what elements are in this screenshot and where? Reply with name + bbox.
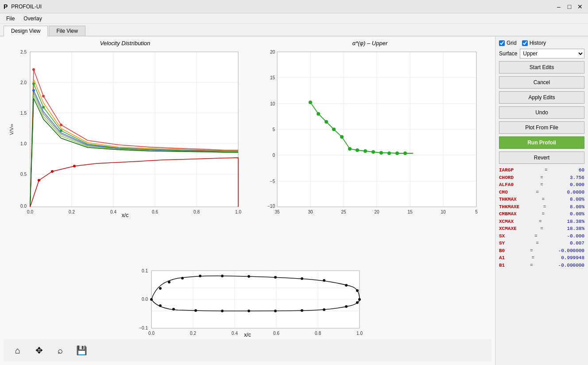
svg-text:0.6: 0.6 <box>152 210 158 214</box>
svg-text:0.0: 0.0 <box>27 210 33 214</box>
stat-val: 8.00% <box>570 196 584 203</box>
pan-icon[interactable]: ✥ <box>32 343 46 357</box>
svg-point-78 <box>403 151 407 155</box>
stat-row: SX=-0.000 <box>499 233 584 240</box>
alpha-chart-container: α*(φ) – Upper <box>248 40 491 268</box>
stat-eq: = <box>540 181 543 189</box>
svg-text:30: 30 <box>308 210 313 214</box>
svg-text:0: 0 <box>272 153 275 158</box>
surface-row: Surface Upper Lower <box>499 49 584 58</box>
stat-row: THKMAX=8.00% <box>499 196 584 203</box>
titlebar-controls: – □ ✕ <box>554 2 584 11</box>
svg-point-77 <box>395 151 399 155</box>
stat-eq: = <box>539 218 542 225</box>
zoom-icon[interactable]: ⌕ <box>53 343 67 357</box>
svg-point-109 <box>323 279 325 282</box>
svg-text:25: 25 <box>341 210 346 214</box>
svg-point-118 <box>274 310 277 312</box>
stat-name: SX <box>499 233 505 240</box>
stat-val: 0.00% <box>570 210 584 218</box>
svg-text:0.6: 0.6 <box>273 331 279 336</box>
stat-row: XCMAX=18.38% <box>499 218 584 225</box>
svg-point-74 <box>371 150 375 154</box>
close-button[interactable]: ✕ <box>576 2 584 11</box>
svg-point-116 <box>221 310 224 312</box>
svg-point-104 <box>199 275 201 277</box>
svg-point-111 <box>356 289 359 292</box>
save-icon[interactable]: 💾 <box>74 343 89 357</box>
stat-eq: = <box>542 210 545 218</box>
stat-name: CMO <box>499 189 508 196</box>
stat-row: ALFA0=0.000 <box>499 181 584 189</box>
svg-point-121 <box>345 305 348 308</box>
foil-chart: 0.1 0.0 −0.1 0.0 0.2 0.4 0.6 0.8 1.0 <box>129 268 366 337</box>
menu-file[interactable]: File <box>2 15 19 23</box>
velocity-chart-container: Velocity Distribution <box>4 40 247 268</box>
svg-text:1.0: 1.0 <box>235 210 241 214</box>
svg-point-119 <box>301 309 303 312</box>
stat-val: 3.756 <box>570 174 584 182</box>
stat-name: CMBMAX <box>499 210 517 218</box>
svg-point-122 <box>356 301 359 304</box>
stat-eq: = <box>545 167 548 174</box>
stat-name: THKMAX <box>499 196 517 203</box>
stat-eq: = <box>540 174 543 182</box>
plot-from-file-button[interactable]: Plot From File <box>499 121 584 134</box>
tab-file-view[interactable]: File View <box>49 26 85 36</box>
stat-row: XCMAXE=18.38% <box>499 225 584 233</box>
svg-text:10: 10 <box>441 210 446 214</box>
svg-point-120 <box>323 308 325 311</box>
svg-text:15: 15 <box>407 210 413 214</box>
svg-point-26 <box>32 68 35 71</box>
apply-edits-button[interactable]: Apply Edits <box>499 91 584 104</box>
svg-point-117 <box>248 310 250 312</box>
run-profoil-button[interactable]: Run Profoil <box>499 136 584 149</box>
stat-name: B1 <box>499 262 505 269</box>
svg-text:5: 5 <box>272 127 275 132</box>
tab-design-view[interactable]: Design View <box>4 26 48 36</box>
svg-point-115 <box>194 309 197 312</box>
stat-row: CHORD=3.756 <box>499 174 584 182</box>
menu-overlay[interactable]: Overlay <box>19 15 46 23</box>
velocity-chart-title: Velocity Distribution <box>100 40 151 47</box>
svg-text:0.2: 0.2 <box>190 331 196 336</box>
surface-select[interactable]: Upper Lower <box>520 49 584 58</box>
stat-row: B1=-0.000000 <box>499 262 584 269</box>
svg-point-66 <box>309 101 312 104</box>
top-charts: Velocity Distribution <box>4 40 491 268</box>
svg-point-73 <box>364 149 367 153</box>
history-checkbox[interactable] <box>522 40 528 46</box>
maximize-button[interactable]: □ <box>565 2 574 11</box>
svg-text:−5: −5 <box>270 179 275 184</box>
svg-text:0.5: 0.5 <box>20 172 27 177</box>
svg-text:0.4: 0.4 <box>110 210 116 214</box>
titlebar: P PROFOIL-UI – □ ✕ <box>0 0 588 13</box>
svg-point-69 <box>332 128 336 131</box>
stat-row: CMBMAX=0.00% <box>499 210 584 218</box>
svg-text:20: 20 <box>374 210 379 214</box>
history-label: History <box>530 40 546 46</box>
stat-name: THKMAXE <box>499 203 519 211</box>
start-edits-button[interactable]: Start Edits <box>499 61 584 74</box>
revert-button[interactable]: Revert <box>499 151 584 164</box>
stat-row: IARGP=60 <box>499 167 584 174</box>
svg-point-32 <box>32 89 35 92</box>
grid-checkbox[interactable] <box>499 40 505 46</box>
stat-name: ALFA0 <box>499 181 514 189</box>
home-icon[interactable]: ⌂ <box>11 343 25 357</box>
minimize-button[interactable]: – <box>554 2 563 11</box>
svg-point-76 <box>387 151 391 155</box>
svg-point-75 <box>379 151 383 155</box>
stat-eq: = <box>536 240 539 247</box>
svg-point-31 <box>60 129 62 132</box>
cancel-button[interactable]: Cancel <box>499 76 584 89</box>
svg-point-110 <box>345 284 348 287</box>
svg-point-30 <box>42 106 45 109</box>
bottom-toolbar: ⌂ ✥ ⌕ 💾 <box>4 339 491 361</box>
svg-point-102 <box>168 281 170 283</box>
foil-chart-container: 0.1 0.0 −0.1 0.0 0.2 0.4 0.6 0.8 1.0 <box>4 268 491 339</box>
titlebar-left: P PROFOIL-UI <box>4 3 42 10</box>
svg-text:35: 35 <box>275 210 280 214</box>
undo-button[interactable]: Undo <box>499 106 584 119</box>
svg-text:0.8: 0.8 <box>315 331 321 336</box>
